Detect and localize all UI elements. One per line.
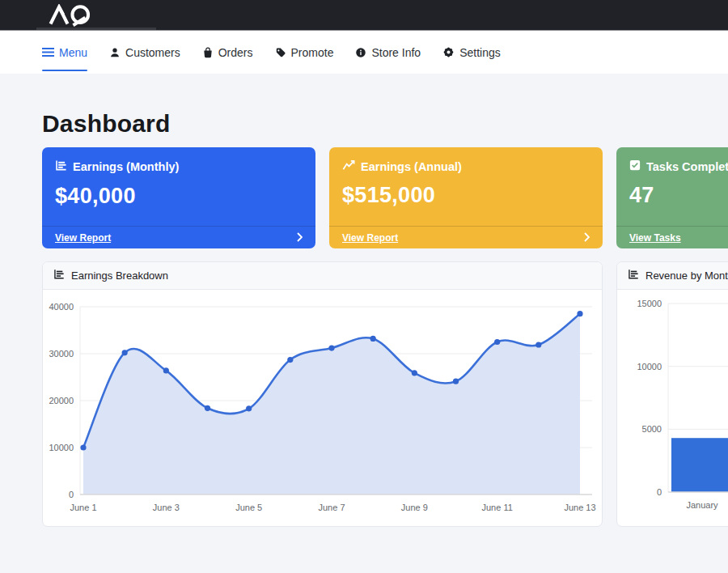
bar-chart-icon xyxy=(628,269,639,282)
nav-label: Orders xyxy=(218,46,253,59)
main-nav: Menu Customers Orders Promote Store Info xyxy=(0,31,728,74)
revenue-bar-chart: 050001000015000January xyxy=(617,291,728,525)
topbar xyxy=(0,0,728,31)
earnings-line-chart: 010000200003000040000June 1June 3June 5J… xyxy=(43,291,600,525)
card-earnings-annual: Earnings (Annual) $515,000 View Report xyxy=(329,147,603,248)
nav-item-store-info[interactable]: Store Info xyxy=(355,31,421,74)
nav-label: Menu xyxy=(59,46,87,59)
revenue-by-month-card: Revenue by Month 050001000015000January xyxy=(616,261,728,527)
chevron-right-icon xyxy=(584,231,590,245)
card-footer: View Report xyxy=(329,226,603,248)
nav-label: Settings xyxy=(459,46,501,59)
view-report-link[interactable]: View Report xyxy=(55,232,111,244)
view-tasks-link[interactable]: View Tasks xyxy=(629,232,681,244)
chart-title: Revenue by Month xyxy=(645,270,728,282)
bar-chart-icon xyxy=(55,159,67,174)
svg-text:0: 0 xyxy=(657,487,662,497)
bag-icon xyxy=(202,47,214,58)
nav-label: Store Info xyxy=(371,46,421,59)
svg-text:June 7: June 7 xyxy=(318,503,345,512)
card-footer: View Report xyxy=(42,226,315,248)
info-icon xyxy=(355,47,366,58)
card-footer: View Tasks xyxy=(616,226,728,248)
app-window: Menu Customers Orders Promote Store Info xyxy=(0,0,728,573)
svg-text:40000: 40000 xyxy=(49,302,74,312)
svg-text:June 3: June 3 xyxy=(153,503,180,512)
check-square-icon xyxy=(629,159,641,173)
nav-item-customers[interactable]: Customers xyxy=(109,31,180,74)
card-value: $515,000 xyxy=(342,183,590,208)
bar-chart-icon xyxy=(53,269,65,282)
stat-cards-row: Earnings (Monthly) $40,000 View Report xyxy=(42,147,728,248)
chevron-right-icon xyxy=(297,231,303,245)
charts-row: Earnings Breakdown 010000200003000040000… xyxy=(42,261,728,527)
nav-item-promote[interactable]: Promote xyxy=(275,31,334,74)
nav-item-orders[interactable]: Orders xyxy=(202,31,253,74)
tag-icon xyxy=(275,47,286,58)
svg-text:June 11: June 11 xyxy=(482,503,513,512)
card-title: Earnings (Annual) xyxy=(361,160,462,173)
nav-label: Customers xyxy=(125,46,180,59)
nav-label: Promote xyxy=(291,46,334,59)
svg-text:June 5: June 5 xyxy=(235,503,262,512)
chart-card-header: Revenue by Month xyxy=(617,262,728,290)
svg-text:10000: 10000 xyxy=(637,362,662,371)
svg-text:0: 0 xyxy=(69,490,74,499)
svg-text:June 9: June 9 xyxy=(401,503,428,512)
card-title: Earnings (Monthly) xyxy=(73,160,179,173)
line-chart-icon xyxy=(342,159,355,173)
card-value: 47 xyxy=(629,183,728,208)
svg-text:June 1: June 1 xyxy=(70,503,96,512)
svg-text:20000: 20000 xyxy=(49,396,74,405)
dashboard-content: Dashboard Earnings (Monthly) $40,000 Vie… xyxy=(0,110,728,527)
svg-text:January: January xyxy=(686,500,718,510)
card-title: Tasks Completed xyxy=(646,160,728,173)
gear-icon xyxy=(442,46,455,58)
card-earnings-monthly: Earnings (Monthly) $40,000 View Report xyxy=(42,147,315,248)
hamburger-icon xyxy=(42,47,54,57)
card-value: $40,000 xyxy=(55,184,303,209)
chart-title: Earnings Breakdown xyxy=(71,270,168,282)
logo-shadow xyxy=(36,28,156,30)
nav-item-settings[interactable]: Settings xyxy=(442,31,501,74)
card-tasks-completed: Tasks Completed 47 View Tasks xyxy=(616,147,728,248)
person-icon xyxy=(109,47,121,58)
chart-card-header: Earnings Breakdown xyxy=(43,262,602,290)
svg-text:30000: 30000 xyxy=(49,349,74,359)
page-title: Dashboard xyxy=(42,110,728,138)
svg-text:10000: 10000 xyxy=(49,443,74,452)
view-report-link[interactable]: View Report xyxy=(342,232,398,244)
svg-text:5000: 5000 xyxy=(642,424,662,434)
earnings-breakdown-card: Earnings Breakdown 010000200003000040000… xyxy=(42,261,603,527)
logo-aq-icon xyxy=(36,4,104,27)
svg-text:15000: 15000 xyxy=(637,299,662,308)
nav-item-menu[interactable]: Menu xyxy=(42,31,87,74)
svg-text:June 13: June 13 xyxy=(564,503,595,512)
